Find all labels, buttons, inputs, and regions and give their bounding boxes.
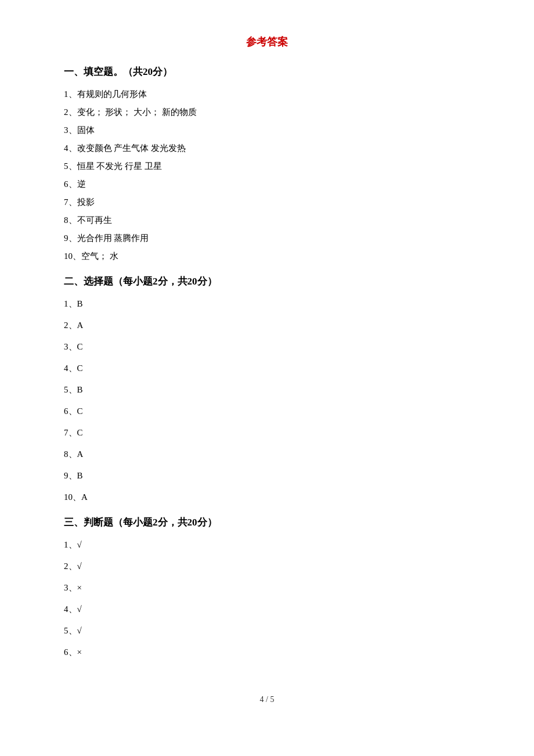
choice-items-container: 1、B2、A3、C4、C5、B6、C7、C8、A9、B10、A [64,296,470,505]
choice-section: 二、选择题（每小题2分，共20分） 1、B2、A3、C4、C5、B6、C7、C8… [64,275,470,505]
choice-item: 3、C [64,339,470,355]
page-footer: 4 / 5 [64,695,470,704]
fill-item: 8、不可再生 [64,213,470,228]
judge-items-container: 1、√2、√3、×4、√5、√6、× [64,537,470,660]
fill-item: 2、变化； 形状； 大小； 新的物质 [64,105,470,120]
choice-heading: 二、选择题（每小题2分，共20分） [64,275,470,288]
fill-item: 4、改变颜色 产生气体 发光发热 [64,141,470,156]
choice-item: 4、C [64,361,470,376]
fill-heading: 一、填空题。（共20分） [64,65,470,78]
judge-item: 4、√ [64,602,470,617]
judge-item: 5、√ [64,623,470,639]
fill-item: 9、光合作用 蒸腾作用 [64,231,470,246]
judge-section: 三、判断题（每小题2分，共20分） 1、√2、√3、×4、√5、√6、× [64,516,470,660]
choice-item: 9、B [64,468,470,484]
choice-item: 5、B [64,382,470,398]
choice-item: 6、C [64,404,470,419]
judge-item: 6、× [64,645,470,660]
fill-item: 5、恒星 不发光 行星 卫星 [64,159,470,174]
fill-item: 1、有规则的几何形体 [64,87,470,102]
fill-items-container: 1、有规则的几何形体2、变化； 形状； 大小； 新的物质3、固体4、改变颜色 产… [64,87,470,264]
judge-heading: 三、判断题（每小题2分，共20分） [64,516,470,529]
judge-item: 2、√ [64,559,470,574]
choice-item: 1、B [64,296,470,312]
fill-section: 一、填空题。（共20分） 1、有规则的几何形体2、变化； 形状； 大小； 新的物… [64,65,470,264]
fill-item: 6、逆 [64,177,470,192]
judge-item: 3、× [64,580,470,596]
choice-item: 8、A [64,447,470,462]
choice-item: 10、A [64,489,470,505]
fill-item: 3、固体 [64,123,470,138]
fill-item: 10、空气； 水 [64,249,470,264]
choice-item: 2、A [64,318,470,333]
judge-item: 1、√ [64,537,470,553]
choice-item: 7、C [64,425,470,441]
page-title: 参考答案 [64,35,470,49]
fill-item: 7、投影 [64,195,470,210]
